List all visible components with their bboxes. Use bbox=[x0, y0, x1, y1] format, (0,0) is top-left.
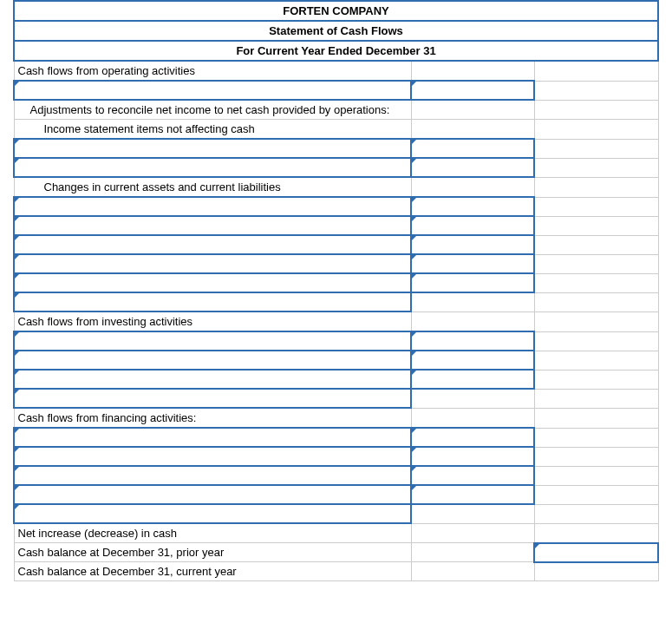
cell bbox=[534, 562, 658, 581]
input-cell[interactable] bbox=[411, 428, 534, 447]
cell bbox=[534, 485, 658, 504]
cell bbox=[534, 61, 658, 81]
cell bbox=[411, 543, 534, 562]
cell bbox=[534, 504, 658, 523]
cell bbox=[534, 81, 658, 100]
cell bbox=[411, 523, 534, 543]
input-cell[interactable] bbox=[411, 466, 534, 485]
cell bbox=[411, 389, 534, 408]
input-cell[interactable] bbox=[14, 466, 411, 485]
cell bbox=[534, 120, 658, 140]
input-cell[interactable] bbox=[411, 331, 534, 351]
company-name: FORTEN COMPANY bbox=[14, 1, 658, 21]
input-cell[interactable] bbox=[14, 197, 411, 216]
cell bbox=[411, 120, 534, 140]
cell bbox=[411, 504, 534, 523]
cell bbox=[534, 466, 658, 485]
label-current-balance: Cash balance at December 31, current yea… bbox=[14, 562, 411, 581]
cell bbox=[411, 408, 534, 428]
input-cell[interactable] bbox=[14, 485, 411, 504]
input-cell[interactable] bbox=[14, 254, 411, 273]
cell bbox=[411, 562, 534, 581]
cell bbox=[534, 370, 658, 389]
input-cell[interactable] bbox=[14, 158, 411, 177]
cell bbox=[534, 331, 658, 351]
input-cell[interactable] bbox=[14, 235, 411, 254]
input-cell[interactable] bbox=[14, 370, 411, 389]
cell bbox=[411, 100, 534, 120]
cell bbox=[534, 235, 658, 254]
input-cell[interactable] bbox=[14, 273, 411, 292]
input-cell[interactable] bbox=[14, 216, 411, 235]
section-operating: Cash flows from operating activities bbox=[14, 61, 411, 81]
input-cell[interactable] bbox=[411, 235, 534, 254]
cell bbox=[534, 447, 658, 466]
statement-title: Statement of Cash Flows bbox=[14, 21, 658, 41]
input-cell[interactable] bbox=[14, 81, 411, 100]
cell bbox=[534, 139, 658, 158]
cell bbox=[411, 61, 534, 81]
cell bbox=[534, 216, 658, 235]
input-cell[interactable] bbox=[14, 351, 411, 370]
input-cell[interactable] bbox=[411, 370, 534, 389]
input-cell[interactable] bbox=[411, 158, 534, 177]
cell bbox=[534, 408, 658, 428]
input-cell[interactable] bbox=[411, 197, 534, 216]
cell bbox=[534, 523, 658, 543]
cell bbox=[534, 389, 658, 408]
input-cell[interactable] bbox=[14, 447, 411, 466]
cell bbox=[534, 158, 658, 177]
input-cell[interactable] bbox=[411, 485, 534, 504]
label-prior-balance: Cash balance at December 31, prior year bbox=[14, 543, 411, 562]
section-financing: Cash flows from financing activities: bbox=[14, 408, 411, 428]
cell bbox=[411, 292, 534, 312]
cell bbox=[411, 177, 534, 197]
label-adjustments: Adjustments to reconcile net income to n… bbox=[14, 100, 411, 120]
statement-period: For Current Year Ended December 31 bbox=[14, 41, 658, 61]
section-investing: Cash flows from investing activities bbox=[14, 312, 411, 331]
input-cell[interactable] bbox=[14, 428, 411, 447]
input-cell[interactable] bbox=[411, 139, 534, 158]
cell bbox=[534, 273, 658, 292]
input-cell[interactable] bbox=[14, 292, 411, 312]
input-cell[interactable] bbox=[411, 254, 534, 273]
cell bbox=[411, 312, 534, 331]
cell bbox=[534, 351, 658, 370]
input-cell[interactable] bbox=[411, 351, 534, 370]
input-cell[interactable] bbox=[14, 389, 411, 408]
cell bbox=[534, 428, 658, 447]
input-cell[interactable] bbox=[411, 81, 534, 100]
cell bbox=[534, 292, 658, 312]
cell bbox=[534, 197, 658, 216]
input-cell[interactable] bbox=[411, 447, 534, 466]
input-cell[interactable] bbox=[534, 543, 658, 562]
input-cell[interactable] bbox=[14, 139, 411, 158]
label-changes: Changes in current assets and current li… bbox=[14, 177, 411, 197]
input-cell[interactable] bbox=[14, 504, 411, 523]
input-cell[interactable] bbox=[14, 331, 411, 351]
cell bbox=[534, 177, 658, 197]
input-cell[interactable] bbox=[411, 273, 534, 292]
label-net-increase: Net increase (decrease) in cash bbox=[14, 523, 411, 543]
cell bbox=[534, 312, 658, 331]
label-nocash: Income statement items not affecting cas… bbox=[14, 120, 411, 140]
cell bbox=[534, 100, 658, 120]
input-cell[interactable] bbox=[411, 216, 534, 235]
cell bbox=[534, 254, 658, 273]
